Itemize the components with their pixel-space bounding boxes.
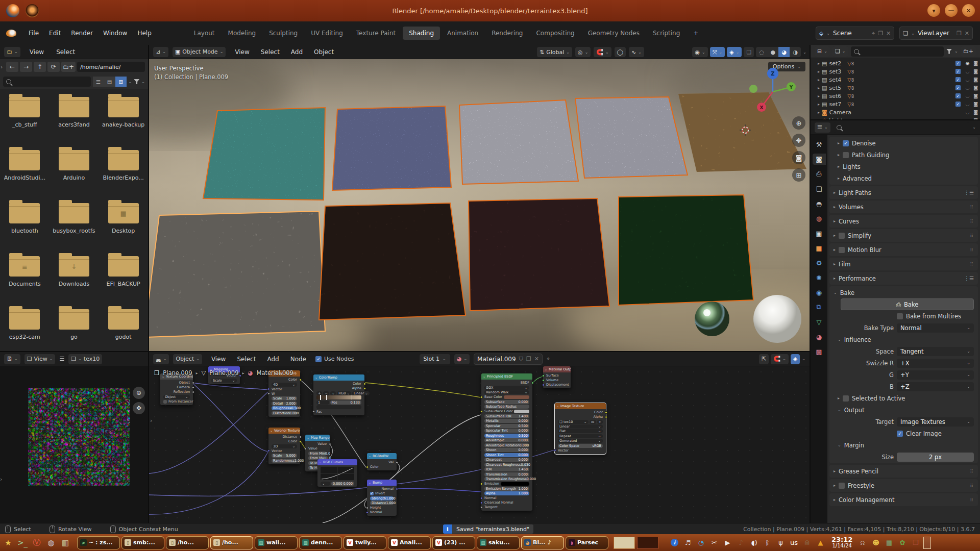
folder-item[interactable]: EFI_BACKUP — [99, 253, 148, 306]
socket[interactable] — [366, 466, 369, 468]
outliner-row-set2[interactable]: ▸▤set2▽8◉◙ — [811, 59, 980, 67]
prop-row-bake-type[interactable]: Bake TypeNormal⌄ — [829, 322, 978, 334]
folder-item[interactable]: ▦Desktop — [99, 200, 148, 253]
exclude-checkbox[interactable] — [955, 77, 961, 82]
properties-tab-constraints[interactable]: ⧉ — [813, 302, 826, 313]
tab-scripting[interactable]: Scripting — [647, 27, 686, 40]
shading-material-preview-button[interactable]: ◕ — [778, 47, 790, 57]
tray-mic-muted[interactable]: ♪ — [737, 539, 745, 546]
node-header[interactable]: Principled BSDF — [481, 373, 532, 380]
socket[interactable] — [542, 379, 545, 382]
tray-keyboard-layout[interactable]: us — [790, 539, 798, 546]
forward-button[interactable]: → — [20, 62, 32, 72]
ramp-stop[interactable] — [320, 395, 321, 400]
eye-closed-icon[interactable]: ◡ — [965, 69, 969, 74]
node-select-field[interactable]: Object⌄ — [163, 395, 190, 399]
node-rgbtobw[interactable]: RGBtoBWValColor — [367, 453, 397, 470]
new-image-button[interactable]: + — [597, 420, 603, 424]
socket[interactable] — [192, 382, 194, 384]
tray-plant[interactable]: ✿ — [898, 539, 906, 546]
select-target[interactable]: Image Textures⌄ — [897, 417, 974, 427]
tray-book[interactable]: ❒ — [912, 539, 919, 546]
filter-icon[interactable] — [134, 79, 139, 84]
fake-user-shield-icon[interactable]: ⛉ — [519, 356, 523, 362]
node-header[interactable]: Bump — [367, 480, 397, 486]
properties-tab-scene[interactable]: ◓ — [813, 198, 826, 209]
tray-info[interactable]: i — [671, 539, 678, 546]
checkbox-bake-from-multires[interactable] — [897, 313, 903, 319]
node-number-field[interactable]: Distortion0.000 — [272, 411, 297, 415]
properties-tab-object[interactable]: ■ — [813, 242, 826, 254]
eye-closed-icon[interactable]: ◡ — [965, 110, 969, 115]
socket[interactable] — [366, 507, 369, 509]
properties-tab-data[interactable]: ▽ — [813, 316, 826, 328]
properties-tab-render[interactable]: ◙ — [813, 154, 826, 165]
folder-item[interactable]: anakey-backup — [99, 94, 148, 147]
node-select-field[interactable]: Random Walk⌄ — [484, 390, 529, 394]
properties-tab-physics[interactable]: ◉ — [813, 287, 826, 298]
unlink-icon[interactable]: ✕ — [965, 30, 969, 37]
image-canvas[interactable]: ⊕ ✥ › — [0, 366, 148, 523]
drag-grip-icon[interactable]: ⠿ — [970, 205, 974, 210]
shading-wireframe-button[interactable]: ◌ — [756, 47, 767, 57]
pan-image-icon[interactable]: ✥ — [133, 402, 145, 414]
navigation-gizmo[interactable]: Z Y X — [749, 65, 796, 112]
node-voronoi-texture[interactable]: Voronoi TextureDistanceColor3D⌄VectorSca… — [268, 428, 300, 464]
pin-icon[interactable]: ⌖ — [547, 356, 550, 362]
refresh-button[interactable]: ⟳ — [47, 62, 60, 72]
xray-toggle[interactable]: ❏ — [744, 47, 754, 57]
folder-item[interactable]: acers3fand — [50, 94, 99, 147]
prop-row-light-paths[interactable]: ▸Light Paths⋮☰ — [829, 187, 978, 198]
folder-item[interactable]: ↓Downloads — [50, 253, 99, 306]
node-number-field[interactable]: Anisotropic Rotation0.000 — [484, 443, 529, 447]
ramp-control[interactable]: RGB ⌄ — [337, 391, 351, 395]
prop-row-lights[interactable]: ▸Lights — [829, 161, 978, 172]
viewport-menu-view[interactable]: View — [230, 46, 254, 58]
ramp-stop[interactable] — [352, 395, 353, 400]
properties-tab-material[interactable]: ◕ — [813, 331, 826, 342]
taskbar-window-smb[interactable]: ▯smb:... — [121, 536, 164, 549]
editor-type-shader-editor[interactable]: ◛⌄ — [153, 354, 169, 364]
socket[interactable] — [312, 410, 315, 413]
outliner-display-mode[interactable]: ⊟⌄ — [815, 46, 830, 57]
node-number-field[interactable]: Alpha1.000 — [484, 491, 529, 495]
socket[interactable] — [267, 449, 270, 452]
view-list-vertical-button[interactable]: ☰ — [93, 77, 104, 87]
socket[interactable] — [363, 383, 366, 385]
properties-tab-texture[interactable]: ▩ — [813, 346, 826, 357]
socket[interactable] — [531, 382, 534, 384]
editor-type-3d-viewport[interactable]: ⊿⌄ — [153, 47, 168, 57]
node-number-field[interactable]: Specular Tint0.000 — [484, 429, 529, 433]
panel-checkbox[interactable] — [843, 152, 849, 158]
outliner-row-set6[interactable]: ▸▤set6▽8◡◙ — [811, 92, 980, 100]
panel-checkbox[interactable] — [843, 395, 849, 402]
node-number-field[interactable]: Specular0.500 — [484, 424, 529, 428]
ramp-pos-field[interactable]: 0.0000.000 — [331, 482, 354, 486]
tray-bluetooth[interactable]: ᛒ — [764, 539, 771, 546]
tab-sculpting[interactable]: Sculpting — [263, 27, 304, 40]
tab-layout[interactable]: Layout — [188, 27, 221, 40]
eye-closed-icon[interactable]: ◡ — [965, 77, 969, 82]
tray-music-player[interactable]: ♬ — [684, 539, 692, 546]
expand-arrow[interactable]: ▸ — [818, 69, 820, 74]
menu-window[interactable]: Window — [98, 27, 132, 39]
taskbar-window-parsec[interactable]: ◗Parsec — [566, 536, 608, 549]
taskbar-window-zs[interactable]: >~ : zs... — [77, 536, 120, 549]
prop-row-volumes[interactable]: ▸Volumes⠿ — [829, 201, 978, 213]
minimize-button[interactable]: — — [945, 4, 958, 17]
launcher-vivaldi[interactable]: Ⓥ — [31, 537, 43, 549]
prop-row-swizzle-r[interactable]: Swizzle R+X⌄ — [829, 357, 978, 369]
shader-menu-add[interactable]: Add — [262, 353, 284, 365]
exclude-checkbox[interactable] — [955, 61, 961, 66]
render-visibility-icon[interactable]: ◙ — [973, 85, 978, 90]
show-desktop-button[interactable] — [923, 537, 931, 549]
tray-clipboard[interactable]: ✂ — [710, 539, 718, 546]
tray-emoji[interactable]: ☻ — [872, 539, 879, 546]
scene-selector[interactable]: ⬙⌄ Scene ⌖ ❐ ✕ — [816, 27, 894, 40]
falloff-curve-icon[interactable]: ∿⌄ — [629, 47, 644, 57]
prop-row-output[interactable]: ⌄Output — [829, 404, 978, 416]
render-visibility-icon[interactable]: ◙ — [973, 110, 978, 115]
expand-arrow[interactable]: ▸ — [818, 118, 820, 120]
unlink-icon[interactable]: ✕ — [534, 356, 539, 362]
taskbar-window-anali[interactable]: VAnali... — [388, 536, 431, 549]
